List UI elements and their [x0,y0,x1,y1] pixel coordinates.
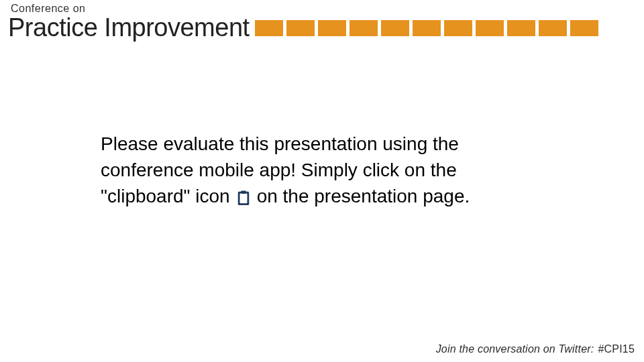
slide-header: Conference on Practice Improvement [0,0,644,40]
slide-body: Please evaluate this presentation using … [101,131,550,210]
accent-square [318,20,346,36]
body-line-3-after: on the presentation page. [257,183,470,209]
accent-square [350,20,378,36]
header-title: Practice Improvement [8,13,250,42]
accent-square [255,20,283,36]
svg-rect-2 [241,190,246,194]
accent-square [539,20,567,36]
slide-footer: Join the conversation on Twitter: #CPI15 [436,343,635,355]
clipboard-icon [234,188,253,207]
accent-square [570,20,598,36]
svg-rect-1 [239,194,247,204]
accent-squares [255,20,598,36]
accent-square [476,20,504,36]
footer-lead: Join the conversation on Twitter: [436,343,594,355]
accent-square [413,20,441,36]
header-title-row: Practice Improvement [7,13,639,42]
body-line-2: conference mobile app! Simply click on t… [101,157,550,183]
body-line-3-before: "clipboard" icon [101,183,230,209]
body-line-3: "clipboard" icon on the presentation pag… [101,183,550,209]
accent-square [286,20,315,36]
body-line-1: Please evaluate this presentation using … [101,131,550,157]
accent-square [507,20,535,36]
accent-square [381,20,409,36]
accent-square [444,20,472,36]
footer-hashtag: #CPI15 [598,343,635,355]
